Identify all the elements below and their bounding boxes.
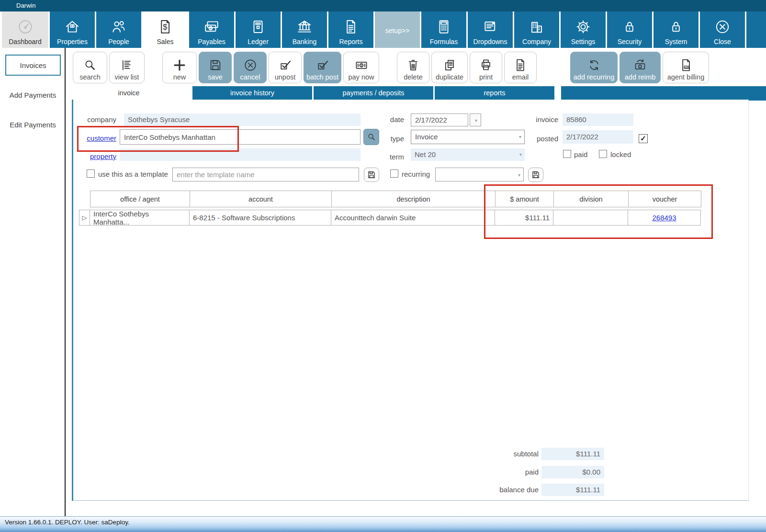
locked-checkbox[interactable]	[599, 150, 607, 158]
duplicate-button[interactable]: duplicate	[431, 52, 468, 83]
sidebar-item-invoices[interactable]: Invoices	[5, 55, 61, 76]
nav-reports[interactable]: Reports	[328, 11, 373, 48]
type-select[interactable]: Invoice ▾	[411, 130, 525, 144]
circle-x-icon	[714, 19, 731, 35]
new-button[interactable]: new	[162, 52, 197, 83]
balance-due-label: balance due	[476, 486, 539, 494]
batch-post-button[interactable]: batch post	[304, 52, 341, 83]
tab-filler-bar	[561, 86, 766, 101]
nav-label: Sales	[157, 38, 173, 45]
company-field[interactable]: Sothebys Syracuse	[124, 113, 360, 126]
cancel-button[interactable]: cancel	[234, 52, 267, 83]
button-label: print	[479, 73, 493, 81]
button-label: duplicate	[436, 73, 463, 81]
template-name-input[interactable]	[172, 168, 359, 181]
term-select[interactable]: Net 20 ▾	[411, 148, 525, 161]
recurring-select[interactable]: ▾	[435, 168, 524, 181]
view-list-button[interactable]: view list	[109, 52, 145, 83]
cell-division[interactable]	[553, 210, 628, 226]
tab-label: invoice	[118, 89, 139, 97]
tab-reports[interactable]: reports	[435, 86, 554, 100]
paid-total-value: $0.00	[541, 466, 604, 478]
locked-label: locked	[610, 150, 637, 158]
recurring-save-button[interactable]	[528, 168, 543, 182]
window-title: Darwin	[16, 2, 35, 9]
sidebar-item-edit-payments[interactable]: Edit Payments	[0, 121, 66, 129]
column-header[interactable]: office / agent	[90, 191, 190, 207]
paid-checkbox[interactable]	[563, 150, 571, 158]
nav-security[interactable]: Security	[607, 11, 652, 48]
add-recurring-button[interactable]: add recurring	[570, 52, 618, 83]
nav-label: Banking	[293, 38, 317, 45]
sidebar-item-label: Add Payments	[10, 91, 56, 99]
unpost-button[interactable]: unpost	[269, 52, 302, 83]
invoice-number-label: invoice	[516, 115, 558, 124]
button-label: save	[208, 73, 223, 81]
posted-checkbox[interactable]: ✓	[639, 134, 648, 143]
nav-company[interactable]: Company	[514, 11, 559, 48]
property-field[interactable]	[120, 148, 360, 161]
column-header[interactable]: voucher	[628, 191, 701, 207]
tab-invoice-history[interactable]: invoice history	[192, 86, 312, 100]
recurring-checkbox[interactable]	[390, 170, 398, 178]
nav-label: Dropdowns	[473, 38, 507, 45]
nav-dropdowns[interactable]: Dropdowns	[468, 11, 513, 48]
tab-bar: invoice invoice history payments / depos…	[67, 86, 766, 100]
date-dropdown-button[interactable]: ▾	[470, 113, 481, 126]
cell-voucher-link[interactable]: 268493	[628, 210, 701, 226]
tab-payments-deposits[interactable]: payments / deposits	[314, 86, 433, 100]
column-header[interactable]: division	[553, 191, 629, 207]
agent-billing-button[interactable]: agent billing	[663, 52, 709, 83]
template-checkbox[interactable]	[87, 170, 95, 178]
cell-amount[interactable]: $111.11	[495, 210, 553, 226]
sidebar-item-add-payments[interactable]: Add Payments	[0, 91, 66, 99]
pay-now-button[interactable]: pay now	[343, 52, 379, 83]
email-button[interactable]: email	[504, 52, 537, 83]
chevron-down-icon: ▾	[519, 148, 522, 161]
subtotal-label: subtotal	[486, 450, 539, 458]
print-button[interactable]: print	[470, 52, 502, 83]
type-label: type	[380, 135, 404, 143]
nav-close[interactable]: Close	[700, 11, 745, 48]
nav-formulas[interactable]: Formulas	[421, 11, 466, 48]
nav-ledger[interactable]: Ledger	[236, 11, 281, 48]
nav-payables[interactable]: Payables	[189, 11, 234, 48]
cell-office-agent[interactable]: InterCo Sothebys Manhatta...	[90, 210, 190, 226]
customer-input[interactable]	[120, 129, 360, 145]
delete-button[interactable]: delete	[397, 52, 429, 83]
date-field[interactable]: 2/17/2022	[411, 113, 468, 126]
circular-arrows-icon	[587, 58, 601, 72]
nav-setup[interactable]: setup>>	[375, 11, 420, 48]
nav-sales[interactable]: Sales	[143, 11, 188, 48]
customer-link[interactable]: customer	[83, 134, 116, 142]
posted-field[interactable]: 2/17/2022	[563, 130, 633, 144]
nav-settings[interactable]: Settings	[561, 11, 606, 48]
save-button[interactable]: save	[199, 52, 232, 83]
customer-search-button[interactable]	[363, 129, 379, 145]
nav-system[interactable]: System	[653, 11, 698, 48]
column-header[interactable]: account	[190, 191, 332, 207]
column-header[interactable]: $ amount	[495, 191, 554, 207]
dollar-document-icon	[157, 19, 173, 35]
search-button[interactable]: search	[73, 52, 107, 83]
invoice-number-field[interactable]: 85860	[563, 113, 633, 126]
row-expander[interactable]: ▷	[79, 210, 90, 226]
gear-icon	[575, 19, 591, 35]
type-value: Invoice	[415, 133, 438, 141]
template-save-button[interactable]	[364, 168, 379, 182]
add-reimb-button[interactable]: add reimb	[620, 52, 661, 83]
tab-invoice[interactable]: invoice	[67, 86, 191, 100]
column-header[interactable]: description	[331, 191, 496, 207]
nav-dashboard[interactable]: Dashboard	[2, 11, 48, 48]
action-toolbar: search view list new save cancel unpost …	[67, 48, 766, 86]
property-link[interactable]: property	[83, 152, 116, 160]
button-label: add reimb	[625, 73, 655, 81]
nav-people[interactable]: People	[96, 11, 141, 48]
cell-description[interactable]: Accounttech darwin Suite	[331, 210, 495, 226]
cell-account[interactable]: 6-8215 - Software Subscriptions	[189, 210, 331, 226]
nav-properties[interactable]: Properties	[50, 11, 95, 48]
button-label: view list	[115, 73, 139, 81]
nav-label: Company	[522, 38, 551, 45]
nav-banking[interactable]: Banking	[282, 11, 327, 48]
nav-label: setup>>	[385, 27, 410, 34]
